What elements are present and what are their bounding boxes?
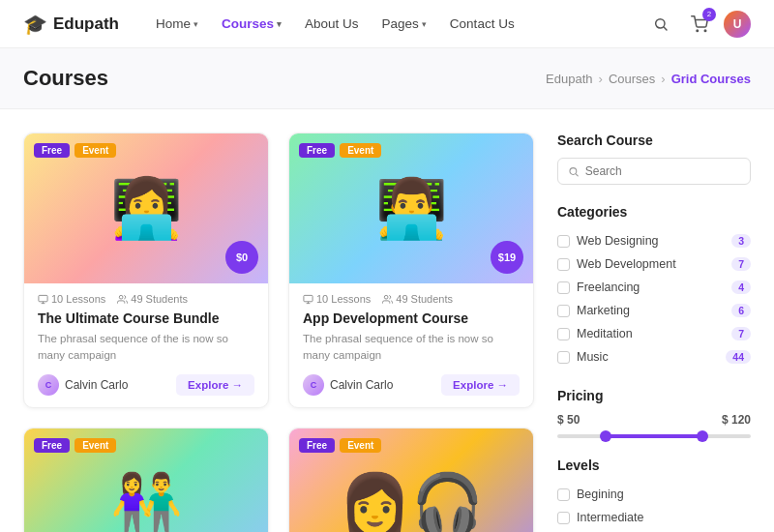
category-item[interactable]: Freelancing 4 bbox=[557, 276, 751, 299]
students-count: 49 Students bbox=[117, 293, 188, 305]
search-icon-btn[interactable] bbox=[646, 10, 675, 39]
event-badge: Event bbox=[340, 438, 381, 453]
search-heading: Search Course bbox=[557, 133, 751, 148]
category-checkbox[interactable] bbox=[557, 328, 570, 340]
page-title: Courses bbox=[23, 66, 108, 91]
category-item[interactable]: Marketing 6 bbox=[557, 299, 751, 322]
course-card: 👩‍🎧FreeEvent$25 10 Lessons 49 Students B… bbox=[288, 428, 534, 533]
category-left: Web Development bbox=[557, 257, 676, 271]
svg-line-1 bbox=[664, 27, 667, 30]
svg-line-13 bbox=[576, 173, 578, 175]
course-image: 👫FreeEvent$0 bbox=[24, 429, 268, 533]
category-item[interactable]: Meditation 7 bbox=[557, 322, 751, 345]
category-label: Web Designing bbox=[577, 234, 659, 248]
search-section: Search Course bbox=[557, 133, 751, 185]
instructor: C Calvin Carlo bbox=[38, 374, 128, 396]
lessons-count: 10 Lessons bbox=[38, 293, 105, 305]
course-desc: The phrasal sequence of the is now so ma… bbox=[303, 331, 520, 365]
nav-link-home[interactable]: Home▾ bbox=[146, 11, 208, 37]
badge-row: FreeEvent bbox=[299, 438, 381, 453]
category-left: Music bbox=[557, 350, 609, 364]
course-card: 👩‍💻FreeEvent$0 10 Lessons 49 Students Th… bbox=[23, 133, 269, 408]
level-item[interactable]: Intermediate bbox=[557, 506, 751, 529]
free-badge: Free bbox=[34, 143, 70, 158]
price-max: $ 120 bbox=[722, 413, 751, 427]
page-header: Courses Edupath › Courses › Grid Courses bbox=[0, 48, 774, 109]
course-card: 👨‍💻FreeEvent$19 10 Lessons 49 Students A… bbox=[288, 133, 534, 408]
free-badge: Free bbox=[34, 438, 70, 453]
instructor-avatar: C bbox=[38, 374, 59, 396]
slider-thumb-min[interactable] bbox=[600, 430, 611, 442]
category-label: Marketing bbox=[577, 304, 630, 317]
nav-link-courses[interactable]: Courses▾ bbox=[212, 11, 291, 37]
free-badge: Free bbox=[299, 438, 335, 453]
price-slider-track bbox=[557, 434, 751, 438]
levels-section: Levels Begining Intermediate Expert bbox=[557, 458, 751, 532]
nav-link-pages[interactable]: Pages▾ bbox=[372, 11, 436, 37]
course-image: 👨‍💻FreeEvent$19 bbox=[289, 133, 533, 283]
breadcrumb-sep-2: › bbox=[661, 72, 665, 86]
category-item[interactable]: Web Designing 3 bbox=[557, 229, 751, 252]
logo-icon: 🎓 bbox=[23, 13, 47, 36]
breadcrumb-edupath[interactable]: Edupath bbox=[546, 72, 592, 86]
course-price-badge: $0 bbox=[225, 241, 258, 274]
svg-point-5 bbox=[120, 295, 124, 299]
nav-link-about-us[interactable]: About Us bbox=[295, 11, 369, 37]
instructor-avatar: C bbox=[303, 374, 324, 396]
course-desc: The phrasal sequence of the is now so ma… bbox=[38, 331, 254, 365]
category-checkbox[interactable] bbox=[557, 281, 570, 294]
brand-logo[interactable]: 🎓 Edupath bbox=[23, 13, 119, 36]
category-item[interactable]: Music 44 bbox=[557, 345, 751, 369]
search-icon bbox=[568, 165, 580, 178]
event-badge: Event bbox=[340, 143, 381, 158]
instructor-name: Calvin Carlo bbox=[65, 378, 128, 392]
slider-thumb-max[interactable] bbox=[697, 430, 708, 442]
course-card: 👫FreeEvent$0 10 Lessons 49 Students Spok… bbox=[23, 428, 269, 533]
level-checkbox[interactable] bbox=[557, 488, 570, 501]
price-labels: $ 50 $ 120 bbox=[557, 413, 751, 427]
category-checkbox[interactable] bbox=[557, 235, 570, 248]
category-checkbox[interactable] bbox=[557, 258, 570, 271]
explore-button[interactable]: Explore → bbox=[441, 374, 520, 396]
svg-point-7 bbox=[385, 295, 389, 299]
svg-point-2 bbox=[697, 30, 699, 32]
cart-button[interactable]: 2 bbox=[685, 10, 714, 39]
category-checkbox[interactable] bbox=[557, 305, 570, 317]
category-label: Music bbox=[577, 350, 609, 364]
badge-row: FreeEvent bbox=[34, 143, 116, 158]
category-count: 7 bbox=[731, 327, 751, 340]
category-checkbox[interactable] bbox=[557, 351, 570, 364]
slider-fill bbox=[606, 434, 702, 438]
chevron-down-icon: ▾ bbox=[422, 19, 427, 29]
course-title: App Development Course bbox=[303, 310, 520, 326]
sidebar: Search Course Categories Web Designing 3… bbox=[557, 133, 751, 532]
user-avatar[interactable]: U bbox=[724, 11, 751, 38]
pricing-heading: Pricing bbox=[557, 388, 751, 403]
category-label: Web Development bbox=[577, 257, 676, 271]
monitor-icon bbox=[38, 294, 48, 305]
categories-heading: Categories bbox=[557, 204, 751, 220]
course-footer: C Calvin Carlo Explore → bbox=[38, 374, 254, 396]
cart-badge: 2 bbox=[702, 8, 716, 21]
category-count: 7 bbox=[731, 257, 751, 271]
search-input[interactable] bbox=[585, 164, 740, 178]
breadcrumb-courses[interactable]: Courses bbox=[609, 72, 655, 86]
category-count: 3 bbox=[731, 234, 751, 248]
breadcrumb-current: Grid Courses bbox=[671, 72, 751, 86]
brand-name: Edupath bbox=[53, 15, 119, 34]
course-title: The Ultimate Course Bundle bbox=[38, 310, 254, 326]
category-item[interactable]: Web Development 7 bbox=[557, 252, 751, 276]
svg-rect-4 bbox=[39, 295, 47, 301]
category-label: Meditation bbox=[577, 327, 633, 340]
categories-list: Web Designing 3 Web Development 7 Freela… bbox=[557, 229, 751, 369]
courses-grid: 👩‍💻FreeEvent$0 10 Lessons 49 Students Th… bbox=[23, 133, 534, 532]
nav-actions: 2 U bbox=[646, 10, 751, 39]
free-badge: Free bbox=[299, 143, 335, 158]
level-label: Begining bbox=[577, 488, 624, 501]
level-checkbox[interactable] bbox=[557, 512, 570, 524]
chevron-down-icon: ▾ bbox=[277, 19, 282, 29]
level-item[interactable]: Begining bbox=[557, 483, 751, 506]
nav-link-contact-us[interactable]: Contact Us bbox=[440, 11, 524, 37]
explore-button[interactable]: Explore → bbox=[176, 374, 254, 396]
search-box[interactable] bbox=[557, 158, 751, 185]
